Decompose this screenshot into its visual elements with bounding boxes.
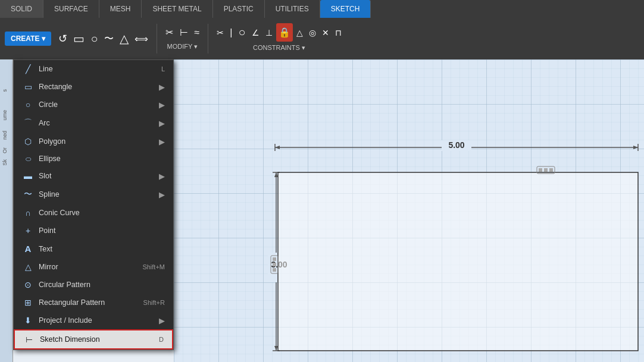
separator-2 xyxy=(208,24,208,53)
menu-item-circular-pattern[interactable]: ⊙ Circular Pattern xyxy=(14,276,173,294)
conic-curve-label: Conic Curve xyxy=(39,209,80,217)
svg-rect-16 xyxy=(278,172,638,351)
menu-item-text[interactable]: A Text xyxy=(14,240,173,258)
mirror-shortcut: Shift+M xyxy=(142,263,165,270)
slot-label: Slot xyxy=(39,172,52,180)
slot-arrow: ▶ xyxy=(159,172,165,181)
menu-item-slot[interactable]: ▬ Slot ▶ xyxy=(14,167,173,185)
tool-spline[interactable]: 〜 xyxy=(102,30,116,48)
line-label: Line xyxy=(39,65,53,73)
sketch-dimension-shortcut: D xyxy=(159,336,164,343)
menu-item-circle[interactable]: ○ Circle ▶ xyxy=(14,96,173,114)
line-shortcut: L xyxy=(161,65,165,73)
conic-curve-icon: ∩ xyxy=(22,208,34,218)
rectangular-pattern-label: Rectangular Pattern xyxy=(39,298,105,307)
create-dropdown[interactable]: CREATE ▾ xyxy=(5,32,51,46)
polygon-arrow: ▶ xyxy=(159,137,165,146)
tool-line2[interactable]: | xyxy=(227,23,235,42)
menu-item-conic-curve[interactable]: ∩ Conic Curve xyxy=(14,204,173,222)
left-label-5: Sk xyxy=(2,159,8,166)
tool-dim[interactable]: ⟺ xyxy=(132,31,151,47)
svg-rect-23 xyxy=(273,263,276,266)
tool-ring[interactable]: ◎ xyxy=(307,23,318,42)
arc-icon: ⌒ xyxy=(22,118,34,128)
project-include-label: Project / Include xyxy=(39,316,92,325)
polygon-label: Polygon xyxy=(39,137,65,146)
point-label: Point xyxy=(39,226,56,235)
menu-item-spline[interactable]: 〜 Spline ▶ xyxy=(14,185,173,204)
spline-label: Spline xyxy=(39,190,60,199)
tool-rect[interactable]: ▭ xyxy=(71,29,87,48)
polygon-icon: ⬡ xyxy=(22,137,34,146)
tool-cross[interactable]: ✕ xyxy=(320,23,332,42)
tool-wave[interactable]: ≈ xyxy=(192,24,202,40)
menu-item-line[interactable]: ╱ Line L xyxy=(14,60,173,78)
mirror-icon: △ xyxy=(22,262,34,272)
tab-sheet-metal[interactable]: SHEET METAL xyxy=(142,0,212,18)
sketch-dimension-label: Sketch Dimension xyxy=(40,335,100,344)
separator-1 xyxy=(157,24,157,53)
left-panel: s ume ned Or Sk xyxy=(0,59,13,362)
project-include-arrow: ▶ xyxy=(159,316,165,325)
tool-tri2[interactable]: △ xyxy=(294,23,305,42)
tool-perp[interactable]: ⊥ xyxy=(263,23,275,42)
rectangle-label: Rectangle xyxy=(39,83,72,91)
canvas-area[interactable]: 5.00 3.00 xyxy=(174,59,644,362)
tool-trim[interactable]: ✂ xyxy=(163,24,176,40)
menu-item-ellipse[interactable]: ⬭ Ellipse xyxy=(14,150,173,167)
tab-surface[interactable]: SURFACE xyxy=(43,0,99,18)
svg-text:5.00: 5.00 xyxy=(448,140,464,150)
slot-icon: ▬ xyxy=(22,171,34,181)
line-icon: ╱ xyxy=(22,64,34,74)
tool-bracket[interactable]: ⊓ xyxy=(333,23,344,42)
tool-angle[interactable]: ∠ xyxy=(249,23,262,42)
tab-plastic[interactable]: PLASTIC xyxy=(213,0,265,18)
tool-circle[interactable]: ○ xyxy=(88,30,100,48)
menu-item-rectangle[interactable]: ▭ Rectangle ▶ xyxy=(14,78,173,96)
tool-cut[interactable]: ✂ xyxy=(214,23,226,42)
menu-item-arc[interactable]: ⌒ Arc ▶ xyxy=(14,114,173,133)
sketch-dimension-icon: ⊢ xyxy=(23,335,35,344)
rectangular-pattern-icon: ⊞ xyxy=(22,298,34,307)
left-label-2: ume xyxy=(2,110,8,121)
ellipse-label: Ellipse xyxy=(39,155,61,163)
tab-solid[interactable]: SOLID xyxy=(0,0,43,18)
spline-arrow: ▶ xyxy=(159,190,165,199)
svg-rect-24 xyxy=(273,268,276,272)
menu-item-mirror[interactable]: △ Mirror Shift+M xyxy=(14,258,173,276)
circle-arrow: ▶ xyxy=(159,100,165,109)
mirror-label: Mirror xyxy=(39,263,58,271)
menu-item-rectangular-pattern[interactable]: ⊞ Rectangular Pattern Shift+R xyxy=(14,294,173,311)
tab-sketch[interactable]: SKETCH xyxy=(320,0,371,18)
ellipse-icon: ⬭ xyxy=(22,155,34,163)
toolbar-icons: ↺ ▭ ○ 〜 △ ⟺ xyxy=(56,29,150,48)
tool-arc[interactable]: ↺ xyxy=(56,30,70,48)
text-label: Text xyxy=(39,245,52,253)
rectangle-arrow: ▶ xyxy=(159,83,165,92)
arc-label: Arc xyxy=(39,119,50,127)
tool-circle2[interactable]: ○ xyxy=(236,23,248,42)
tab-mesh[interactable]: MESH xyxy=(99,0,142,18)
menu-item-project-include[interactable]: ⬇ Project / Include ▶ xyxy=(14,311,173,329)
circular-pattern-label: Circular Pattern xyxy=(39,281,90,289)
constraints-label[interactable]: CONSTRAINTS ▾ xyxy=(249,42,309,54)
circle-label: Circle xyxy=(39,100,58,109)
grid-svg: 5.00 3.00 xyxy=(174,59,644,362)
text-icon: A xyxy=(22,244,34,254)
spline-icon: 〜 xyxy=(22,189,34,200)
menu-item-point[interactable]: + Point xyxy=(14,222,173,240)
arc-arrow: ▶ xyxy=(159,119,165,128)
svg-rect-20 xyxy=(549,168,553,172)
tool-extend[interactable]: ⊢ xyxy=(177,24,190,40)
create-menu: ╱ Line L ▭ Rectangle ▶ ○ Circle ▶ ⌒ Arc … xyxy=(13,59,174,350)
svg-rect-18 xyxy=(539,168,542,172)
menu-item-polygon[interactable]: ⬡ Polygon ▶ xyxy=(14,133,173,150)
modify-label[interactable]: MODIFY ▾ xyxy=(164,40,202,53)
create-arrow: ▾ xyxy=(42,34,45,43)
tab-utilities[interactable]: UTILITIES xyxy=(265,0,320,18)
svg-rect-22 xyxy=(273,257,276,261)
left-label-4: Or xyxy=(2,147,8,153)
tool-lock[interactable]: 🔒 xyxy=(276,23,293,42)
tool-triangle[interactable]: △ xyxy=(117,29,131,48)
menu-item-sketch-dimension[interactable]: ⊢ Sketch Dimension D xyxy=(14,329,173,350)
